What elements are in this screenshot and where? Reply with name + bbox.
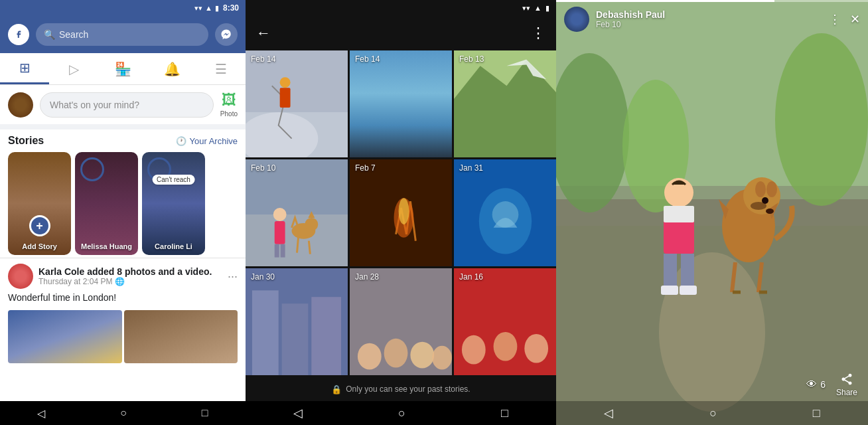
story-card-self[interactable]: + Add Story (8, 152, 71, 255)
menu-icon: ☰ (215, 61, 227, 77)
stories-section: Stories 🕐 Your Archive + Add Story Melis… (0, 129, 246, 258)
archive-cell-3[interactable]: Feb 10 (246, 159, 348, 266)
svg-point-28 (410, 342, 434, 369)
post-timestamp: Thursday at 2:04 PM (38, 277, 112, 286)
status-bar: ▾▾ ▲ ▮ 8:30 (0, 0, 246, 16)
play-icon: ▷ (69, 61, 79, 77)
archive-signal-icon: ▲ (534, 4, 542, 12)
search-placeholder: Search (59, 29, 88, 40)
svg-point-53 (751, 202, 766, 210)
archive-panel: ▾▾ ▲ ▮ ← ⋮ Feb 14 Feb 14 (246, 0, 556, 425)
post-image-1 (8, 310, 122, 363)
archive-more-button[interactable]: ⋮ (531, 25, 545, 42)
archive-cell-1[interactable]: Feb 14 (350, 50, 452, 157)
messenger-button[interactable] (215, 23, 238, 46)
views-number: 6 (820, 379, 826, 390)
story-header: Debashish Paul Feb 10 ⋮ ✕ (556, 2, 868, 37)
archive-date-7: Jan 28 (355, 272, 379, 282)
stories-grid: + Add Story Melissa Huang Can't reach Ca… (8, 152, 238, 255)
nav-menu[interactable]: ☰ (196, 53, 246, 84)
archive-cell-5[interactable]: Jan 31 (454, 159, 556, 266)
svg-point-33 (524, 334, 548, 363)
story-user-name: Debashish Paul (596, 9, 822, 20)
archive-cell-6[interactable]: Jan 30 (246, 268, 348, 375)
post-more-button[interactable]: ··· (228, 270, 238, 284)
composer-placeholder: What's on your mind? (50, 100, 139, 110)
archive-date-6: Jan 30 (251, 272, 275, 282)
story-user-info: Debashish Paul Feb 10 (596, 9, 822, 29)
svg-rect-12 (281, 244, 285, 258)
archive-cell-8[interactable]: Jan 16 (454, 268, 556, 375)
recents-button-archive[interactable]: □ (501, 406, 508, 420)
story-more-button[interactable]: ⋮ (829, 12, 841, 27)
nav-marketplace[interactable]: 🏪 (98, 53, 147, 84)
archive-date-1: Feb 14 (355, 54, 380, 64)
add-story-icon: + (29, 215, 50, 236)
archive-header: ← ⋮ (246, 16, 556, 50)
archive-label: Your Archive (189, 136, 238, 146)
home-button-archive[interactable]: ○ (398, 406, 405, 420)
share-button[interactable]: Share (836, 373, 857, 397)
back-button-story[interactable]: ◁ (604, 406, 613, 420)
nav-notifications[interactable]: 🔔 (147, 53, 196, 84)
user-avatar (8, 92, 33, 118)
home-button-story[interactable]: ○ (709, 406, 717, 420)
whats-on-mind-input[interactable]: What's on your mind? (40, 92, 214, 118)
archive-date-5: Jan 31 (459, 163, 483, 173)
stories-title: Stories (8, 135, 44, 147)
archive-date-0: Feb 14 (251, 54, 275, 64)
back-button-archive[interactable]: ◁ (293, 406, 303, 420)
archive-date-3: Feb 10 (251, 163, 275, 173)
post-meta: Thursday at 2:04 PM 🌐 (38, 277, 222, 286)
svg-point-31 (462, 335, 486, 365)
nav-home[interactable]: ⊞ (0, 53, 49, 84)
store-icon: 🏪 (115, 61, 131, 77)
archive-date-2: Feb 13 (459, 54, 484, 64)
archive-date-4: Feb 7 (355, 163, 376, 173)
svg-point-29 (432, 346, 452, 370)
story-card-caroline[interactable]: Can't reach Caroline Li (142, 152, 205, 255)
status-icons: ▾▾ ▲ ▮ (194, 4, 219, 13)
cant-reach-badge: Can't reach (152, 175, 195, 185)
fb-header: 🔍 Search (0, 16, 246, 53)
svg-point-54 (766, 209, 774, 214)
svg-point-32 (494, 332, 518, 361)
post-author-avatar (8, 264, 33, 289)
story-date: Feb 10 (596, 20, 822, 29)
your-archive-button[interactable]: 🕐 Your Archive (176, 136, 238, 146)
story-add-label: Add Story (8, 242, 71, 251)
recents-button-story[interactable]: □ (813, 406, 820, 420)
home-icon: ⊞ (19, 60, 31, 76)
archive-date-8: Jan 16 (459, 272, 483, 282)
svg-rect-22 (252, 290, 279, 375)
svg-point-27 (384, 339, 408, 368)
story-header-actions: ⋮ ✕ (829, 12, 860, 27)
post-header: Karla Cole added 8 photos and a video. T… (8, 264, 238, 289)
home-button-feed[interactable]: ○ (120, 407, 127, 419)
nav-watch[interactable]: ▷ (49, 53, 98, 84)
svg-point-50 (766, 181, 777, 197)
search-glass-icon: 🔍 (44, 29, 55, 40)
archive-back-button[interactable]: ← (256, 25, 271, 42)
story-user-caroline: Caroline Li (142, 242, 205, 251)
back-button-feed[interactable]: ◁ (37, 407, 45, 420)
archive-cell-2[interactable]: Feb 13 (454, 50, 556, 157)
archive-wifi-icon: ▾▾ (522, 4, 530, 13)
recents-button-feed[interactable]: □ (202, 407, 208, 419)
archive-cell-4[interactable]: Feb 7 (350, 159, 452, 266)
svg-point-9 (273, 208, 287, 221)
archive-cell-7[interactable]: Jan 28 (350, 268, 452, 375)
svg-rect-45 (681, 254, 694, 287)
lock-icon: 🔒 (331, 384, 342, 394)
views-count: 👁 6 (806, 379, 826, 390)
svg-point-51 (755, 181, 766, 197)
archive-footer: 🔒 Only you can see your past stories. (246, 377, 556, 401)
story-close-button[interactable]: ✕ (850, 12, 860, 27)
status-time: 8:30 (223, 3, 239, 13)
archive-cell-0[interactable]: Feb 14 (246, 50, 348, 157)
search-bar[interactable]: 🔍 Search (36, 23, 208, 46)
bottom-nav-feed: ◁ ○ □ (0, 401, 246, 425)
stories-header: Stories 🕐 Your Archive (8, 135, 238, 147)
photo-button[interactable]: 🖼 Photo (220, 92, 238, 118)
story-card-melissa[interactable]: Melissa Huang (75, 152, 138, 255)
